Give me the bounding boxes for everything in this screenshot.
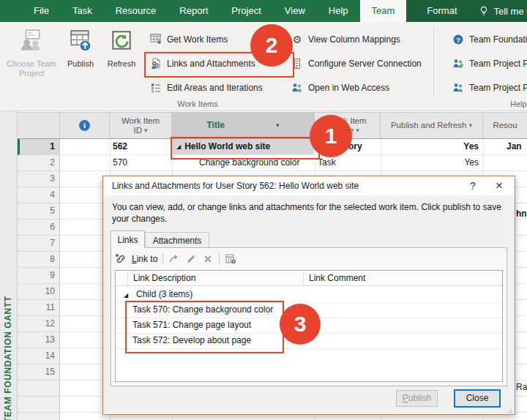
row-number[interactable]: [18, 397, 60, 413]
tab-task[interactable]: Task: [61, 0, 104, 22]
dialog-titlebar[interactable]: Links and Attachments for User Story 562…: [103, 176, 515, 195]
cell-resource[interactable]: Jan: [507, 139, 527, 155]
close-icon[interactable]: ×: [490, 176, 509, 195]
links-toolbar: Link to: [115, 250, 236, 268]
team-foundation-help-label: Team Foundatio: [469, 34, 527, 45]
row-number[interactable]: 15: [18, 364, 60, 380]
edit-areas-iterations-button[interactable]: Edit Areas and Iterations: [150, 79, 263, 97]
tab-attachments[interactable]: Attachments: [145, 232, 209, 248]
row-number[interactable]: 9: [18, 268, 60, 284]
toolbar-separator: [162, 253, 163, 265]
publish-rest: ublish: [408, 393, 431, 403]
menu-bar-contextual: Format Tell me what: [406, 0, 527, 22]
choose-team-project-icon: [19, 28, 44, 56]
header-work-item-id[interactable]: Work Item ID▾: [110, 112, 172, 139]
row-number[interactable]: 1: [18, 139, 60, 155]
team-project-portal-button[interactable]: Team Project Po: [452, 79, 527, 97]
publish-dialog-button[interactable]: Publish: [396, 390, 438, 407]
annotation-step-3: 3: [280, 304, 321, 345]
filter-icon[interactable]: ▾: [356, 126, 359, 135]
open-in-web-access-label: Open in Web Access: [308, 83, 389, 93]
row-number[interactable]: 13: [18, 332, 60, 348]
header-work-item-id-line2: ID: [133, 126, 142, 135]
header-row-number[interactable]: [18, 112, 60, 139]
header-title-label: Title: [207, 121, 225, 130]
ribbon-group-separator: [433, 26, 434, 97]
help-circle-icon: ?: [452, 34, 464, 45]
cell-publish-refresh[interactable]: Yes: [381, 139, 479, 155]
row-number[interactable]: [18, 413, 60, 420]
tab-team[interactable]: Team: [360, 0, 407, 22]
cell-partial-resource: hn: [516, 206, 527, 222]
tab-links[interactable]: Links: [111, 230, 145, 248]
column-options-icon[interactable]: [225, 253, 236, 265]
cell-work-item-id[interactable]: 562: [113, 139, 170, 155]
row-number[interactable]: 8: [18, 252, 60, 268]
column-link-comment[interactable]: Link Comment: [309, 271, 365, 285]
links-list-header: Link Description Link Comment: [116, 271, 502, 286]
cell-work-item-id[interactable]: 570: [113, 155, 170, 171]
row-number[interactable]: 10: [18, 284, 60, 300]
tab-help[interactable]: Help: [317, 0, 360, 22]
header-info[interactable]: i: [60, 112, 110, 139]
delete-link-icon[interactable]: [202, 253, 214, 265]
view-column-mappings-button[interactable]: ⚙ View Column Mappings: [291, 31, 400, 48]
tell-me-label: Tell me what: [494, 6, 527, 17]
column-link-description[interactable]: Link Description: [133, 271, 195, 285]
row-number[interactable]: 6: [18, 220, 60, 236]
refresh-icon: [109, 28, 134, 56]
tab-project[interactable]: Project: [220, 0, 272, 22]
tab-file[interactable]: File: [22, 0, 61, 22]
filter-icon[interactable]: ▾: [276, 121, 280, 130]
publish-button[interactable]: Publish: [61, 28, 100, 100]
publish-icon: [68, 28, 93, 56]
edit-areas-iterations-label: Edit Areas and Iterations: [167, 83, 263, 93]
link-to-button[interactable]: Link to: [132, 254, 157, 264]
open-link-icon[interactable]: [168, 253, 180, 265]
publish-label: Publish: [67, 59, 94, 69]
get-work-items-button[interactable]: Get Work Items: [150, 31, 228, 48]
row-number[interactable]: 7: [18, 236, 60, 252]
header-publish-and-refresh[interactable]: Publish and Refresh ▾: [381, 112, 483, 139]
dialog-title: Links and Attachments for User Story 562…: [112, 176, 359, 195]
group-label-help: Help: [510, 100, 527, 108]
row-number[interactable]: 14: [18, 348, 60, 364]
link-to-accesskey: L: [132, 254, 137, 264]
add-link-icon[interactable]: [115, 253, 127, 265]
tell-me-box[interactable]: Tell me what: [478, 0, 527, 22]
row-number[interactable]: [18, 380, 60, 397]
team-foundation-help-button[interactable]: ? Team Foundatio: [452, 31, 527, 48]
tab-resource[interactable]: Resource: [104, 0, 168, 22]
edit-link-icon[interactable]: [185, 253, 197, 265]
gear-icon: ⚙: [291, 34, 303, 45]
get-work-items-icon: [150, 34, 162, 45]
row-number[interactable]: 5: [18, 203, 60, 220]
tab-format[interactable]: Format: [406, 0, 477, 22]
column-divider[interactable]: [303, 271, 304, 285]
configure-server-connection-button[interactable]: Configure Server Connection: [291, 55, 422, 72]
dialog-help-button[interactable]: ?: [463, 176, 482, 195]
row-number[interactable]: 11: [18, 300, 60, 316]
cell-work-item-type[interactable]: Task: [318, 155, 379, 171]
header-publish-and-refresh-label: Publish and Refresh: [391, 121, 467, 130]
open-in-web-access-button[interactable]: Open in Web Access: [291, 79, 389, 97]
row-number[interactable]: 4: [18, 187, 60, 203]
team-project-process-button[interactable]: ? Team Project Pr: [452, 55, 527, 72]
header-resource[interactable]: Resou: [483, 112, 527, 139]
tab-view[interactable]: View: [273, 0, 317, 22]
cell-publish-refresh[interactable]: Yes: [381, 155, 479, 171]
row-number[interactable]: 3: [18, 171, 60, 187]
refresh-button[interactable]: Refresh: [102, 28, 141, 100]
resize-grip-icon[interactable]: [506, 405, 512, 412]
close-dialog-button[interactable]: Close: [454, 389, 501, 408]
links-attachments-dialog: Links and Attachments for User Story 562…: [102, 176, 515, 415]
link-to-rest: ink to: [137, 254, 158, 264]
header-title[interactable]: Title ▾: [172, 112, 315, 139]
row-number[interactable]: 12: [18, 316, 60, 332]
row-number[interactable]: 2: [18, 155, 60, 171]
choose-team-project-button[interactable]: Choose Team Project: [4, 28, 59, 100]
filter-icon[interactable]: ▾: [469, 121, 473, 130]
tab-report[interactable]: Report: [168, 0, 220, 22]
header-work-item-id-line1: Work Item: [122, 116, 160, 126]
filter-icon[interactable]: ▾: [144, 126, 148, 135]
